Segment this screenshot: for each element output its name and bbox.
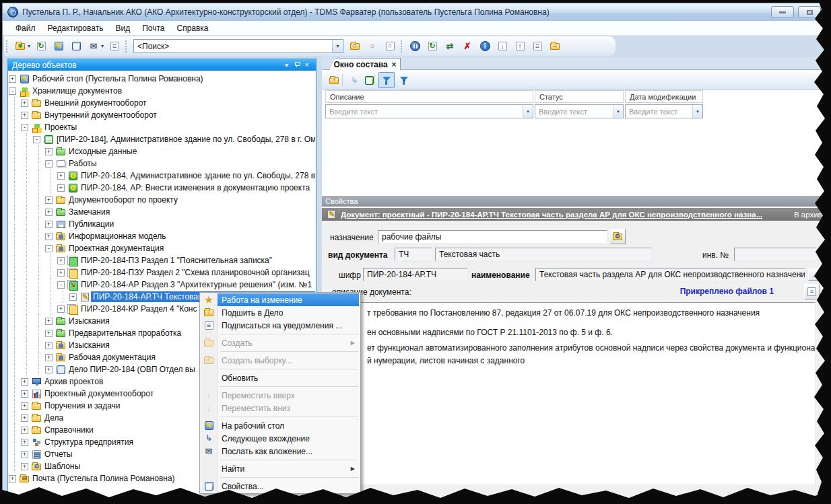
search-dropdown-arrow[interactable]: ▾ — [332, 40, 343, 52]
filter-dropdown-arrow[interactable]: ▾ — [613, 105, 623, 118]
tree-expander[interactable]: + — [45, 233, 53, 240]
panel-menu-chevron-icon[interactable]: ▾ — [281, 61, 292, 69]
filter-input-2[interactable]: Введите текст▾ — [535, 104, 624, 118]
tree-expander[interactable]: + — [45, 342, 53, 349]
tree-item[interactable]: -Работы — [9, 157, 315, 170]
tree-item-label[interactable]: Проекты — [42, 122, 79, 133]
document-title-link[interactable]: Документ: проектный - ПИР-20-184-АР.ТЧ Т… — [341, 211, 787, 219]
tree-item[interactable]: +⚙ПИР-20-184, АР: Внести изменения в док… — [9, 182, 315, 194]
check-out-button[interactable]: ↑ — [512, 38, 528, 55]
tree-item[interactable]: -↘ПИР-20-184-АР Раздел 3 "Архитектурные … — [9, 279, 315, 291]
tree-expander[interactable]: - — [57, 281, 65, 289]
open-up-button[interactable]: ↑ — [326, 72, 342, 88]
menu-Справка[interactable]: Справка — [170, 22, 214, 35]
filter-button[interactable] — [378, 72, 395, 88]
tree-item[interactable]: +▤Информационная модель — [9, 230, 315, 242]
filter-input-1[interactable]: Введите текст▾ — [325, 104, 533, 118]
tree-item-label[interactable]: Архив проектов — [42, 376, 105, 387]
menu-Редактировать[interactable]: Редактировать — [42, 22, 110, 35]
tree-item-label[interactable]: Предварительная проработка — [67, 328, 183, 338]
search-document-button[interactable]: ○ — [382, 38, 398, 55]
tree-expander[interactable]: - — [33, 136, 40, 143]
naznachenie-settings-button[interactable]: ⚙ — [609, 229, 626, 244]
tree-item-label[interactable]: Проектный документооборот — [42, 388, 156, 399]
tree-item[interactable]: -▤Проектная документация — [9, 242, 315, 254]
tree-expander[interactable]: + — [21, 378, 28, 386]
tree-item[interactable]: +Исходные данные — [9, 145, 315, 157]
tree-expander[interactable]: + — [57, 172, 65, 180]
refresh-button[interactable]: ↻ — [33, 38, 49, 55]
tree-item[interactable]: +Внутренний документооборот — [9, 109, 315, 121]
tree-item-label[interactable]: Внутренний документооборот — [42, 110, 159, 120]
column-header-1[interactable]: Описание — [325, 90, 533, 103]
tree-item-label[interactable]: ПИР-20-184-АР Раздел 3 "Архитектурные ре… — [79, 279, 314, 290]
column-header-3[interactable]: Дата модификации — [625, 90, 703, 103]
filter-columns-button[interactable]: ≡ — [396, 72, 412, 88]
tree-expander[interactable]: - — [45, 245, 53, 252]
tree-item-label[interactable]: Изыскания — [67, 316, 112, 326]
tree-item[interactable]: -▤[ПИР-20-184], Административное здание … — [9, 133, 315, 145]
tree-expander[interactable]: + — [21, 451, 28, 458]
tree-expander[interactable]: + — [21, 427, 28, 434]
tree-item[interactable]: +Публикации — [9, 218, 315, 230]
next-occurrence-button[interactable]: ↳ — [346, 72, 362, 88]
context-menu-item[interactable]: ↓Подшить в Дело — [200, 306, 360, 319]
tree-expander[interactable]: + — [9, 75, 16, 83]
tree-item-label[interactable]: Проектная документация — [67, 243, 166, 254]
tree-item-label[interactable]: Структура предприятия — [42, 437, 135, 447]
tree-item-label[interactable]: Исходные данные — [67, 146, 139, 157]
field-vid-code[interactable]: ТЧ — [395, 248, 432, 261]
tree-expander[interactable]: - — [45, 160, 53, 168]
pause-button[interactable] — [407, 38, 423, 55]
tree-item[interactable]: +Документооборот по проекту — [9, 194, 315, 206]
tree-expander[interactable]: + — [45, 330, 53, 337]
context-menu-item[interactable]: Обновить — [200, 371, 360, 384]
tree-expander[interactable]: + — [21, 439, 28, 446]
menu-Вид[interactable]: Вид — [109, 22, 136, 35]
tree-item-label[interactable]: Документооборот по проекту — [67, 194, 180, 205]
tree-expander[interactable]: + — [45, 221, 53, 228]
field-shifr[interactable]: ПИР-20-184-АР.ТЧ — [363, 268, 468, 281]
tree-expander[interactable]: + — [9, 475, 16, 482]
new-object-button[interactable]: ✱ — [12, 38, 28, 55]
tree-item[interactable]: +Внешний документооборот — [9, 97, 315, 109]
tree-item-label[interactable]: Дело ПИР-20-184 (ОВП Отдел вы — [67, 364, 197, 375]
tree-item-label[interactable]: Почта (Пустельга Полина Романовна) — [30, 473, 177, 484]
tree-item-label[interactable]: Публикации — [67, 219, 116, 229]
attached-files-link[interactable]: Прикреплено файлов 1 — [680, 287, 774, 296]
tree-item-label[interactable]: ПИР-20-184-ПЗ Раздел 1 "Пояснительная за… — [79, 255, 274, 266]
tree-item-label[interactable]: ПИР-20-184, АР: Внести изменения в докум… — [79, 182, 312, 193]
tree-expander[interactable]: + — [57, 305, 65, 313]
context-menu-item[interactable]: Найти▶ — [200, 462, 360, 475]
context-menu-item[interactable]: ★Работа на изменение — [200, 293, 360, 306]
tree-item-label[interactable]: Работы — [67, 158, 99, 169]
document-description-box[interactable]: т требования по Постановлению 87, редакц… — [325, 302, 816, 485]
menu-Файл[interactable]: Файл — [9, 22, 42, 35]
tree-item-label[interactable]: Шаблоны — [42, 461, 82, 472]
tree-expander[interactable]: - — [9, 87, 16, 95]
tree-item-label[interactable]: ПИР-20-184-КР Раздел 4 "Конс — [79, 303, 199, 314]
tree-item-label[interactable]: Замечания — [67, 207, 112, 217]
context-menu-item[interactable]: ✎На рабочий стол — [200, 419, 360, 432]
context-menu-item[interactable]: ✉Послать как вложение... — [200, 445, 360, 458]
field-naznachenie[interactable]: рабочие файлы — [378, 230, 607, 244]
tree-expander[interactable]: + — [57, 184, 65, 192]
field-vid-name[interactable]: Текстовая часть — [435, 248, 652, 261]
tree-expander[interactable]: + — [21, 390, 28, 398]
tree-item-label[interactable]: Отчеты — [42, 449, 74, 460]
search-folder-button[interactable]: ○ — [347, 38, 363, 55]
menu-Почта[interactable]: Почта — [136, 22, 170, 35]
tree-expander[interactable]: + — [45, 196, 53, 204]
tree-item-label[interactable]: ПИР-20-184-ПЗУ Раздел 2 "Схема планирово… — [79, 267, 312, 278]
tree-item-label[interactable]: Дела — [42, 412, 65, 423]
forward-button[interactable]: → — [547, 38, 563, 55]
tree-expander[interactable]: - — [21, 124, 28, 131]
check-in-button[interactable]: ↓ — [494, 38, 510, 55]
tree-item[interactable]: -Проекты — [9, 121, 315, 133]
tree-expander[interactable]: + — [69, 293, 77, 301]
context-menu-item[interactable]: ↳Следующее вхождение — [200, 432, 360, 445]
tree-expander[interactable]: + — [21, 112, 28, 119]
pin-icon[interactable] — [292, 61, 302, 69]
column-header-2[interactable]: Статус — [535, 90, 624, 103]
search-user-button[interactable]: ○ — [364, 38, 380, 55]
